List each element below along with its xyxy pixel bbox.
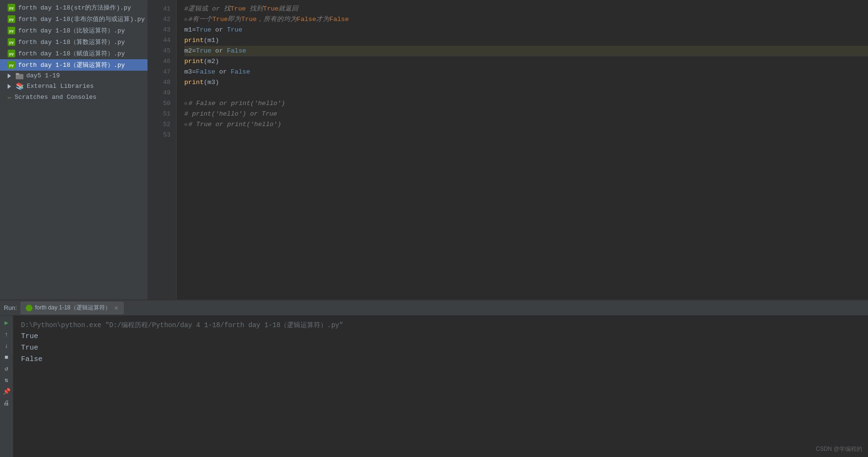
code-text-41: #逻辑或 or 找True 找到True就返回 <box>184 4 298 14</box>
sidebar-label-day5: day5 1-19 <box>26 72 60 79</box>
sidebar-label-0: forth day 1-18(str的方法操作).py <box>18 3 131 12</box>
bottom-panel: Run: forth day 1-18（逻辑运算符） × ▶ ↑ ↓ ■ ↺ ⇅… <box>0 299 868 457</box>
ln-47: 47 <box>148 67 176 77</box>
py-icon-5: py <box>8 61 15 69</box>
sidebar-item-5[interactable]: py forth day 1-18（逻辑运算符）.py <box>0 59 148 71</box>
main-area: py forth day 1-18(str的方法操作).py py forth … <box>0 0 868 299</box>
ln-50: 50 <box>148 98 176 109</box>
fold-marker-50: ⊖ <box>184 98 188 109</box>
ln-48: 48 <box>148 77 176 88</box>
editor-area: 41 42 43 44 45 46 47 48 49 50 51 52 53 #… <box>148 0 868 299</box>
sidebar: py forth day 1-18(str的方法操作).py py forth … <box>0 0 148 299</box>
output-area: D:\Python\python.exe "D:/编程历程/Python/day… <box>13 316 868 457</box>
output-line-2: True <box>21 342 860 354</box>
output-line-0: D:\Python\python.exe "D:/编程历程/Python/day… <box>21 319 860 331</box>
code-line-52: ⊖# True or print('hello') <box>184 119 868 130</box>
run-tab-bar: Run: forth day 1-18（逻辑运算符） × <box>0 300 868 316</box>
scroll-up-button[interactable]: ↑ <box>1 329 12 340</box>
pin-button[interactable]: 📌 <box>1 386 12 397</box>
code-line-48: print(m3) <box>184 77 868 88</box>
code-text-52: # True or print('hello') <box>189 119 281 130</box>
code-line-42: ⊖#有一个True即为True，所有的均为False才为False <box>184 14 868 25</box>
code-text-50: # False or print('hello') <box>189 98 286 109</box>
sidebar-item-3[interactable]: py forth day 1-18（算数运算符）.py <box>0 36 148 48</box>
sidebar-label-3: forth day 1-18（算数运算符）.py <box>18 38 125 46</box>
library-icon: 📚 <box>16 82 24 90</box>
fold-marker-52: ⊖ <box>184 119 188 130</box>
code-container: 41 42 43 44 45 46 47 48 49 50 51 52 53 #… <box>148 0 868 299</box>
ln-53: 53 <box>148 130 176 140</box>
py-icon-4: py <box>8 50 15 57</box>
sidebar-label-5: forth day 1-18（逻辑运算符）.py <box>18 61 125 69</box>
scratches-icon: ✏️ <box>8 93 11 101</box>
ln-44: 44 <box>148 35 176 46</box>
code-line-45: m2=True or False <box>184 46 868 56</box>
code-line-41: #逻辑或 or 找True 找到True就返回 <box>184 4 868 14</box>
code-lines[interactable]: #逻辑或 or 找True 找到True就返回 ⊖#有一个True即为True，… <box>177 0 868 299</box>
run-controls: ▶ ↑ ↓ ■ ↺ ⇅ 📌 🖨 <box>0 316 13 457</box>
code-line-50: ⊖# False or print('hello') <box>184 98 868 109</box>
sidebar-label-ext-libs: External Libraries <box>27 83 94 90</box>
ln-46: 46 <box>148 56 176 67</box>
py-icon-2: py <box>8 27 15 34</box>
sidebar-item-day5[interactable]: day5 1-19 <box>0 71 148 81</box>
sidebar-label-scratches: Scratches and Consoles <box>14 94 96 101</box>
code-text-42: #有一个True即为True，所有的均为False才为False <box>189 14 349 25</box>
py-icon-3: py <box>8 38 15 46</box>
code-line-49 <box>184 88 868 98</box>
ln-41: 41 <box>148 4 176 14</box>
play-button[interactable]: ▶ <box>1 318 12 328</box>
line-numbers: 41 42 43 44 45 46 47 48 49 50 51 52 53 <box>148 0 177 299</box>
ln-43: 43 <box>148 25 176 35</box>
code-line-46: print(m2) <box>184 56 868 67</box>
ln-45: 45 <box>148 46 176 56</box>
code-line-47: m3=False or False <box>184 67 868 77</box>
run-tab[interactable]: forth day 1-18（逻辑运算符） × <box>21 302 123 314</box>
run-tab-label: forth day 1-18（逻辑运算符） <box>35 304 110 312</box>
run-label: Run: <box>4 304 17 311</box>
ln-51: 51 <box>148 109 176 119</box>
watermark: CSDN @学编程的 <box>815 445 862 453</box>
sort-button[interactable]: ⇅ <box>1 375 12 385</box>
sidebar-item-ext-libs[interactable]: 📚 External Libraries <box>0 81 148 92</box>
triangle-right-icon-libs <box>8 84 13 89</box>
sidebar-label-4: forth day 1-18（赋值运算符）.py <box>18 49 125 58</box>
sidebar-item-scratches[interactable]: ✏️ Scratches and Consoles <box>0 92 148 103</box>
run-tab-close[interactable]: × <box>115 304 118 312</box>
py-icon-1: py <box>8 15 15 23</box>
svg-rect-1 <box>16 73 19 75</box>
code-line-44: print(m1) <box>184 35 868 46</box>
sidebar-label-1: forth day 1-18(非布尔值的与或运算).py <box>18 15 145 23</box>
sidebar-item-0[interactable]: py forth day 1-18(str的方法操作).py <box>0 2 148 13</box>
sidebar-item-2[interactable]: py forth day 1-18（比较运算符）.py <box>0 25 148 36</box>
print-button[interactable]: 🖨 <box>1 398 12 408</box>
run-content-area: ▶ ↑ ↓ ■ ↺ ⇅ 📌 🖨 D:\Python\python.exe "D:… <box>0 316 868 457</box>
output-line-3: False <box>21 354 860 365</box>
triangle-right-icon <box>8 74 13 78</box>
scroll-down-button[interactable]: ↓ <box>1 340 12 351</box>
code-text-51: # print('hello') or True <box>184 109 277 119</box>
ln-42: 42 <box>148 14 176 25</box>
ln-52: 52 <box>148 119 176 130</box>
fold-marker-42: ⊖ <box>184 14 188 25</box>
code-line-43: m1=True or True <box>184 25 868 35</box>
sidebar-label-2: forth day 1-18（比较运算符）.py <box>18 26 125 35</box>
ln-49: 49 <box>148 88 176 98</box>
py-icon-0: py <box>8 4 15 11</box>
code-line-53 <box>184 130 868 140</box>
stop-button[interactable]: ■ <box>1 352 12 362</box>
code-line-51: # print('hello') or True <box>184 109 868 119</box>
sidebar-item-4[interactable]: py forth day 1-18（赋值运算符）.py <box>0 48 148 59</box>
folder-icon <box>16 73 23 79</box>
output-line-1: True <box>21 331 860 342</box>
tab-py-icon <box>26 305 32 311</box>
rerun-button[interactable]: ↺ <box>1 363 12 374</box>
sidebar-item-1[interactable]: py forth day 1-18(非布尔值的与或运算).py <box>0 13 148 25</box>
